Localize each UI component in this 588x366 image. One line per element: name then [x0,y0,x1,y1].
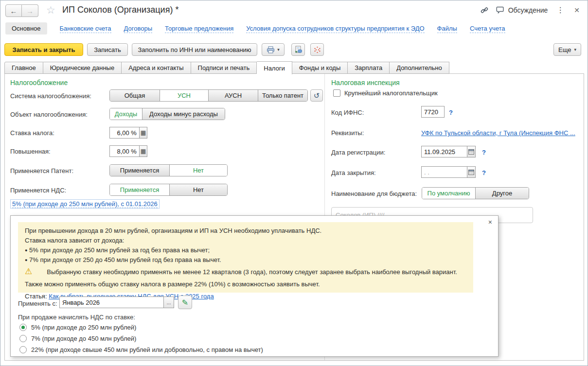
vat-rate-popup: × При превышении дохода в 20 млн рублей,… [10,215,499,357]
close-date-label: Дата закрытия: [331,169,376,176]
nav-item-osnovnoe[interactable]: Основное [5,22,47,35]
copy-link-icon[interactable] [480,6,489,15]
inspection-header: Налоговая инспекция [331,79,400,87]
apply-from-input[interactable] [60,297,163,308]
article-label: Статья: [25,293,47,300]
tax-rate-field: ▦ [109,127,147,139]
load-data-icon [294,46,303,54]
fill-by-inn-button[interactable]: Заполнить по ИНН или наименованию [132,43,257,56]
patent-toggle: Применяется Нет [109,164,228,176]
tax-rate-label: Ставка налога: [10,129,54,137]
tax-rate-calc-button[interactable]: ▦ [139,127,147,138]
tab-signatures[interactable]: Подписи и печать [191,62,257,74]
patent-option-applies[interactable]: Применяется [110,165,169,176]
nav-item-bank-accounts[interactable]: Банковские счета [60,24,111,33]
vat-rate-link-wrap: 5% (при доходе до 250 млн рублей), с 01.… [10,199,160,209]
printer-icon [267,46,275,53]
vat-rate-link[interactable]: 5% (при доходе до 250 млн рублей), с 01.… [12,200,158,208]
reg-date-help[interactable]: ? [482,149,486,156]
edo-status-button[interactable] [310,43,324,56]
reg-date-input[interactable] [422,146,467,157]
info-bullet-2: ● 7% при доходе от 250 до 450 млн рублей… [25,255,466,265]
raised-rate-field: ▦ [109,145,147,157]
tab-taxes[interactable]: Налоги [257,61,292,74]
tax-system-option-patent-only[interactable]: Только патент [258,90,307,101]
tax-object-label: Объект налогообложения: [10,111,88,118]
vat-rate-radio-5[interactable]: 5% (при доходе до 250 млн рублей) [19,324,136,331]
radio-circle [19,346,27,353]
vat-option-no[interactable]: Нет [169,184,227,195]
window-close-icon[interactable]: ✕ [573,6,581,14]
favorite-star-icon[interactable]: ☆ [46,4,55,16]
patent-applies-label: Применяется Патент: [10,167,73,174]
apply-from-field: ... [59,296,174,308]
vat-rate-radio-22[interactable]: 22% (при доходе свыше 450 млн рублей или… [19,346,263,353]
nav-item-files[interactable]: Файлы [437,24,457,33]
close-date-calendar-button[interactable] [467,167,476,177]
radio-circle [19,335,27,342]
close-date-field [421,166,476,178]
bullet-1-text: 5% при доходе до 250 млн рублей за год б… [29,246,210,254]
bullet-2-text: 7% при доходе от 250 до 450 млн рублей г… [29,256,221,263]
more-button[interactable]: Еще ▾ [553,43,581,56]
info-line-1: При превышении дохода в 20 млн рублей, о… [25,226,466,236]
info-bullet-1: ● 5% при доходе до 250 млн рублей за год… [25,245,466,255]
raised-rate-input[interactable] [110,146,139,157]
nav-item-contracts[interactable]: Договоры [124,24,152,33]
patent-option-no[interactable]: Нет [169,165,227,176]
nav-item-trade-offers[interactable]: Торговые предложения [165,24,233,33]
raised-rate-calc-button[interactable]: ▦ [139,146,147,157]
vat-rate-radio-5-label: 5% (при доходе до 250 млн рублей) [31,324,136,331]
tax-rate-input[interactable] [110,127,139,138]
history-nav-buttons: ← → [5,4,38,17]
budget-option-default[interactable]: По умолчанию [422,188,475,199]
budget-option-other[interactable]: Другое [475,188,529,199]
nav-item-accounting-accounts[interactable]: Счета учета [470,24,505,33]
tab-funds-codes[interactable]: Фонды и коды [292,62,348,74]
requisites-link[interactable]: УФК по Тульской области, г Тула (Инспекц… [421,129,575,137]
vat-rate-question: При продаже начислять НДС по ставке: [18,314,135,321]
save-button[interactable]: Записать [87,43,128,56]
apply-from-history-button[interactable]: ✎ [178,296,192,309]
vat-info-box: При превышении дохода в 20 млн рублей, о… [18,222,473,293]
save-and-close-button[interactable]: Записать и закрыть [4,43,83,56]
ifns-code-help[interactable]: ? [449,109,453,116]
close-date-help[interactable]: ? [482,169,486,176]
largest-taxpayer-checkbox[interactable]: Крупнейший налогоплательщик [333,89,438,97]
calendar-icon [468,169,474,175]
tab-salary[interactable]: Зарплата [348,62,390,74]
forward-icon: → [26,7,34,15]
tab-glavnoe[interactable]: Главное [4,62,43,74]
close-date-input[interactable] [422,167,467,177]
vat-rate-radio-7-label: 7% (при доходе до 450 млн рублей) [31,335,136,342]
tax-system-option-ausn[interactable]: АУСН [208,90,258,101]
discussion-button[interactable]: Обсуждение [496,6,548,14]
discussion-icon [496,6,505,14]
toolbar: Записать и закрыть Записать Заполнить по… [4,43,324,56]
ifns-code-input[interactable] [422,106,444,117]
tax-system-option-obschaya[interactable]: Общая [110,90,160,101]
more-menu-icon[interactable]: ⋮ [554,5,566,15]
taxation-header: Налогообложение [10,79,68,87]
nav-item-edo-access[interactable]: Условия допуска сотрудников структуры пр… [246,24,424,33]
vat-option-applies[interactable]: Применяется [110,184,169,195]
back-button[interactable]: ← [5,4,22,17]
popup-close-icon[interactable]: × [488,218,492,226]
tab-legal-data[interactable]: Юридические данные [43,62,122,74]
ifns-code-field [421,106,445,118]
ifns-code-label: Код ИФНС: [331,109,364,116]
vat-rate-radio-7[interactable]: 7% (при доходе до 450 млн рублей) [19,335,136,342]
forward-button[interactable]: → [22,4,38,17]
tax-system-option-usn[interactable]: УСН [160,90,208,101]
apply-from-choose-button[interactable]: ... [163,297,174,308]
tab-additional[interactable]: Дополнительно [390,62,449,74]
bullet-icon: ● [25,258,27,262]
tab-addresses[interactable]: Адреса и контакты [122,62,191,74]
load-data-button[interactable] [291,43,305,56]
print-button[interactable]: ▾ [262,43,285,56]
organization-card-window: ← → ☆ ИП Соколов (Организация) * Обсужде… [0,0,588,366]
reg-date-calendar-button[interactable] [467,146,476,157]
tax-object-option-income[interactable]: Доходы [110,108,142,120]
tax-object-option-income-minus-expenses[interactable]: Доходы минус расходы [142,108,225,120]
tax-system-history-button[interactable]: ↺ [310,89,323,102]
